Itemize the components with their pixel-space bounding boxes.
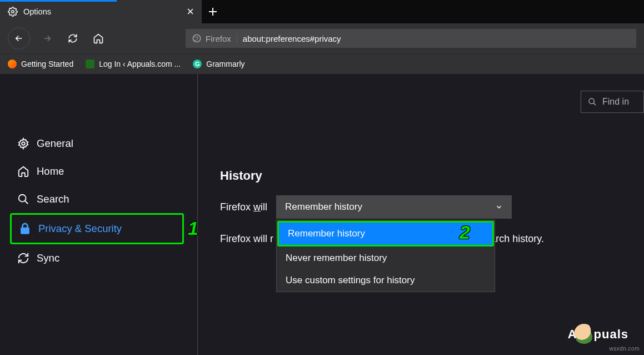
annotation-highlight-2: Remember history 2 xyxy=(277,221,494,246)
firefox-icon xyxy=(192,34,201,43)
bookmark-grammarly[interactable]: G Grammarly xyxy=(193,60,244,68)
settings-main: Find in History Firefox will Remember hi… xyxy=(198,74,644,355)
identity-label: Firefox xyxy=(206,34,231,43)
bookmarks-bar: Getting Started Log In ‹ Appuals.com ...… xyxy=(0,53,644,74)
sidebar-item-general[interactable]: General xyxy=(0,130,197,157)
lock-icon xyxy=(18,222,32,235)
appuals-watermark: Apuals xyxy=(568,324,628,344)
svg-point-2 xyxy=(22,142,25,145)
bookmark-getting-started[interactable]: Getting Started xyxy=(8,60,73,68)
tab-loading-indicator xyxy=(0,0,117,2)
sidebar-item-label: Privacy & Security xyxy=(38,223,122,235)
sidebar-item-home[interactable]: Home xyxy=(0,157,197,185)
close-icon[interactable]: × xyxy=(187,6,194,18)
back-button[interactable] xyxy=(8,27,30,50)
option-remember-history[interactable]: Remember history 2 xyxy=(279,223,492,245)
firefox-favicon xyxy=(8,60,17,68)
home-button[interactable] xyxy=(90,30,107,47)
section-heading-history: History xyxy=(220,169,622,183)
bookmark-label: Getting Started xyxy=(21,60,73,68)
option-label: Use custom settings for history xyxy=(286,275,415,285)
sidebar-item-privacy[interactable]: Privacy & Security xyxy=(12,215,182,243)
search-options-input[interactable]: Find in xyxy=(581,91,644,113)
url-text: about:preferences#privacy xyxy=(243,34,341,43)
forward-button[interactable] xyxy=(39,30,56,47)
site-watermark: wsxdn.com xyxy=(609,346,640,352)
category-sidebar: General Home Search Privacy & Security xyxy=(0,74,198,355)
history-mode-dropdown[interactable]: Remember history xyxy=(276,195,512,219)
svg-point-0 xyxy=(12,11,14,13)
svg-point-1 xyxy=(193,34,200,42)
new-tab-button[interactable] xyxy=(202,0,224,23)
option-custom-settings[interactable]: Use custom settings for history xyxy=(277,269,495,292)
gear-icon xyxy=(8,7,18,17)
gear-icon xyxy=(17,137,30,150)
preferences-page: General Home Search Privacy & Security xyxy=(0,74,644,355)
search-placeholder: Find in xyxy=(602,97,629,107)
search-icon xyxy=(17,193,30,206)
option-label: Never remember history xyxy=(286,253,387,263)
option-label: Remember history xyxy=(288,228,365,239)
chevron-down-icon xyxy=(495,203,503,211)
sidebar-item-sync[interactable]: Sync xyxy=(0,244,197,272)
sidebar-item-label: Search xyxy=(37,193,69,205)
site-identity[interactable]: Firefox xyxy=(192,34,237,43)
history-prelabel: Firefox will xyxy=(220,201,267,213)
annotation-highlight-1: Privacy & Security xyxy=(10,213,184,244)
dropdown-selected-label: Remember history xyxy=(285,201,362,213)
tab-title: Options xyxy=(23,7,181,16)
history-mode-dropdown-list: Remember history 2 Never remember histor… xyxy=(276,220,495,292)
search-icon xyxy=(588,97,597,106)
sidebar-item-search[interactable]: Search xyxy=(0,185,197,213)
sync-icon xyxy=(17,252,30,265)
history-mode-row: Firefox will Remember history Remember h… xyxy=(220,195,622,219)
bookmark-label: Log In ‹ Appuals.com ... xyxy=(99,60,181,68)
appuals-favicon xyxy=(86,60,94,68)
home-icon xyxy=(17,165,30,178)
grammarly-favicon: G xyxy=(193,60,202,68)
bookmark-appuals[interactable]: Log In ‹ Appuals.com ... xyxy=(86,60,181,68)
sidebar-item-label: General xyxy=(37,137,73,150)
tab-bar: Options × xyxy=(0,0,644,23)
bookmark-label: Grammarly xyxy=(206,60,244,68)
nav-toolbar: Firefox about:preferences#privacy xyxy=(0,23,644,53)
sidebar-item-label: Sync xyxy=(37,252,59,264)
svg-point-3 xyxy=(19,195,26,202)
cartoon-icon xyxy=(574,324,594,344)
svg-point-4 xyxy=(589,98,594,103)
annotation-marker-2: 2 xyxy=(460,221,470,243)
annotation-marker-1: 1 xyxy=(188,218,198,239)
sidebar-item-label: Home xyxy=(37,165,64,178)
tab-options[interactable]: Options × xyxy=(0,0,202,23)
option-never-remember[interactable]: Never remember history xyxy=(277,247,495,269)
address-bar[interactable]: Firefox about:preferences#privacy xyxy=(186,29,636,48)
reload-button[interactable] xyxy=(64,30,81,47)
